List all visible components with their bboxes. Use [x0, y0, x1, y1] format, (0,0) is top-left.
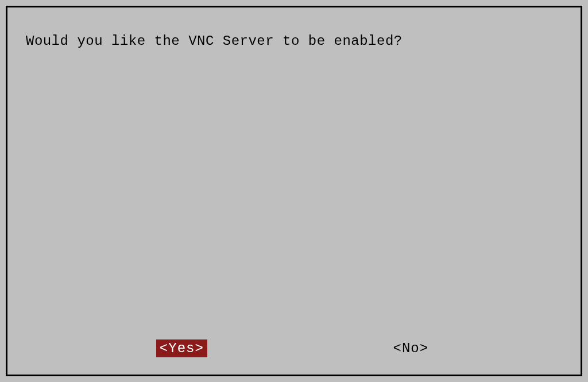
dialog-button-row: <Yes> <No>: [7, 339, 581, 357]
dialog-prompt: Would you like the VNC Server to be enab…: [26, 33, 403, 49]
confirm-dialog: Would you like the VNC Server to be enab…: [6, 6, 582, 376]
no-button[interactable]: <No>: [390, 339, 432, 357]
yes-button[interactable]: <Yes>: [156, 339, 207, 357]
